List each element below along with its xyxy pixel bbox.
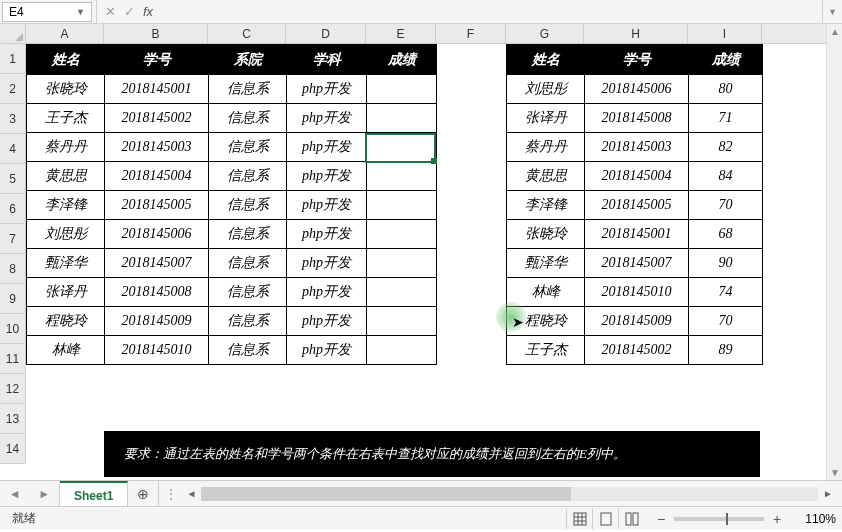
- table-cell[interactable]: 李泽锋: [27, 191, 105, 220]
- scroll-right-icon[interactable]: ►: [820, 488, 836, 499]
- view-normal-button[interactable]: [566, 509, 592, 529]
- table-cell[interactable]: 黄思思: [507, 162, 585, 191]
- table-cell[interactable]: 2018145009: [585, 307, 689, 336]
- table-cell[interactable]: [367, 162, 437, 191]
- table-cell[interactable]: 74: [689, 278, 763, 307]
- table-cell[interactable]: 2018145006: [585, 75, 689, 104]
- table-cell[interactable]: php开发: [287, 104, 367, 133]
- vertical-scrollbar[interactable]: ▲ ▼: [826, 24, 842, 480]
- table-cell[interactable]: 82: [689, 133, 763, 162]
- table-cell[interactable]: php开发: [287, 191, 367, 220]
- fx-icon[interactable]: fx: [143, 4, 153, 19]
- table-cell[interactable]: 甄泽华: [507, 249, 585, 278]
- col-header-A[interactable]: A: [26, 24, 104, 43]
- col-header-E[interactable]: E: [366, 24, 436, 43]
- select-all-corner[interactable]: [0, 24, 26, 44]
- formula-expand-icon[interactable]: ▼: [822, 0, 842, 23]
- table-cell[interactable]: 70: [689, 307, 763, 336]
- scroll-down-icon[interactable]: ▼: [830, 467, 840, 478]
- table-cell[interactable]: [367, 104, 437, 133]
- zoom-out-button[interactable]: −: [654, 511, 668, 527]
- table-cell[interactable]: 2018145005: [105, 191, 209, 220]
- table-cell[interactable]: php开发: [287, 162, 367, 191]
- table-cell[interactable]: php开发: [287, 307, 367, 336]
- table-cell[interactable]: [367, 278, 437, 307]
- table-cell[interactable]: 2018145010: [105, 336, 209, 365]
- table-cell[interactable]: php开发: [287, 133, 367, 162]
- row-header-11[interactable]: 11: [0, 344, 25, 374]
- row-header-1[interactable]: 1: [0, 44, 25, 74]
- table-cell[interactable]: 张晓玲: [507, 220, 585, 249]
- view-pagelayout-button[interactable]: [592, 509, 618, 529]
- col-header-I[interactable]: I: [688, 24, 762, 43]
- table-cell[interactable]: [367, 336, 437, 365]
- table-cell[interactable]: 信息系: [209, 249, 287, 278]
- scroll-left-icon[interactable]: ◄: [183, 488, 199, 499]
- table-cell[interactable]: 刘思彤: [507, 75, 585, 104]
- table-cell[interactable]: 84: [689, 162, 763, 191]
- table-cell[interactable]: 89: [689, 336, 763, 365]
- hscroll-thumb[interactable]: [201, 487, 571, 501]
- cancel-icon[interactable]: ✕: [105, 4, 116, 19]
- table-cell[interactable]: 信息系: [209, 336, 287, 365]
- table-cell[interactable]: [367, 220, 437, 249]
- cells-viewport[interactable]: 姓名学号系院学科成绩张晓玲2018145001信息系php开发王子杰201814…: [26, 44, 826, 480]
- horizontal-scrollbar[interactable]: ⋮ ◄ ►: [158, 481, 842, 506]
- row-header-2[interactable]: 2: [0, 74, 25, 104]
- table-cell[interactable]: php开发: [287, 278, 367, 307]
- row-header-8[interactable]: 8: [0, 254, 25, 284]
- scrollbar-splitter-icon[interactable]: ⋮: [165, 487, 177, 501]
- table-cell[interactable]: 80: [689, 75, 763, 104]
- table-cell[interactable]: 王子杰: [507, 336, 585, 365]
- row-header-3[interactable]: 3: [0, 104, 25, 134]
- table-cell[interactable]: 2018145003: [585, 133, 689, 162]
- scroll-up-icon[interactable]: ▲: [830, 26, 840, 37]
- table-cell[interactable]: 张译丹: [27, 278, 105, 307]
- table-cell[interactable]: 李泽锋: [507, 191, 585, 220]
- table-cell[interactable]: 2018145002: [585, 336, 689, 365]
- table-cell[interactable]: 蔡丹丹: [27, 133, 105, 162]
- table-cell[interactable]: 70: [689, 191, 763, 220]
- add-sheet-button[interactable]: ⊕: [128, 486, 158, 502]
- sheet-tab[interactable]: Sheet1: [60, 481, 128, 506]
- table-cell[interactable]: 90: [689, 249, 763, 278]
- table-cell[interactable]: 刘思彤: [27, 220, 105, 249]
- table-cell[interactable]: 王子杰: [27, 104, 105, 133]
- table-cell[interactable]: [367, 307, 437, 336]
- col-header-B[interactable]: B: [104, 24, 208, 43]
- col-header-D[interactable]: D: [286, 24, 366, 43]
- row-header-14[interactable]: 14: [0, 434, 25, 464]
- row-header-4[interactable]: 4: [0, 134, 25, 164]
- col-header-H[interactable]: H: [584, 24, 688, 43]
- row-header-9[interactable]: 9: [0, 284, 25, 314]
- table-cell[interactable]: 信息系: [209, 278, 287, 307]
- table-cell[interactable]: 2018145010: [585, 278, 689, 307]
- table-cell[interactable]: [367, 75, 437, 104]
- hscroll-track[interactable]: [201, 487, 818, 501]
- table-cell[interactable]: 71: [689, 104, 763, 133]
- table-cell[interactable]: 2018145003: [105, 133, 209, 162]
- view-pagebreak-button[interactable]: [618, 509, 644, 529]
- table-cell[interactable]: 林峰: [507, 278, 585, 307]
- table-cell[interactable]: 张晓玲: [27, 75, 105, 104]
- col-header-F[interactable]: F: [436, 24, 506, 43]
- table-cell[interactable]: php开发: [287, 220, 367, 249]
- table-cell[interactable]: 张译丹: [507, 104, 585, 133]
- table-cell[interactable]: 信息系: [209, 133, 287, 162]
- table-cell[interactable]: 信息系: [209, 75, 287, 104]
- row-header-10[interactable]: 10: [0, 314, 25, 344]
- zoom-slider[interactable]: [674, 517, 764, 521]
- table-cell[interactable]: [367, 249, 437, 278]
- table-cell[interactable]: 林峰: [27, 336, 105, 365]
- row-header-6[interactable]: 6: [0, 194, 25, 224]
- table-cell[interactable]: 2018145004: [585, 162, 689, 191]
- table-cell[interactable]: 信息系: [209, 307, 287, 336]
- accept-icon[interactable]: ✓: [124, 4, 135, 19]
- sheet-next-icon[interactable]: ►: [38, 487, 50, 501]
- table-cell[interactable]: 蔡丹丹: [507, 133, 585, 162]
- table-cell[interactable]: 信息系: [209, 104, 287, 133]
- row-header-13[interactable]: 13: [0, 404, 25, 434]
- table-cell[interactable]: php开发: [287, 336, 367, 365]
- col-header-C[interactable]: C: [208, 24, 286, 43]
- sheet-prev-icon[interactable]: ◄: [9, 487, 21, 501]
